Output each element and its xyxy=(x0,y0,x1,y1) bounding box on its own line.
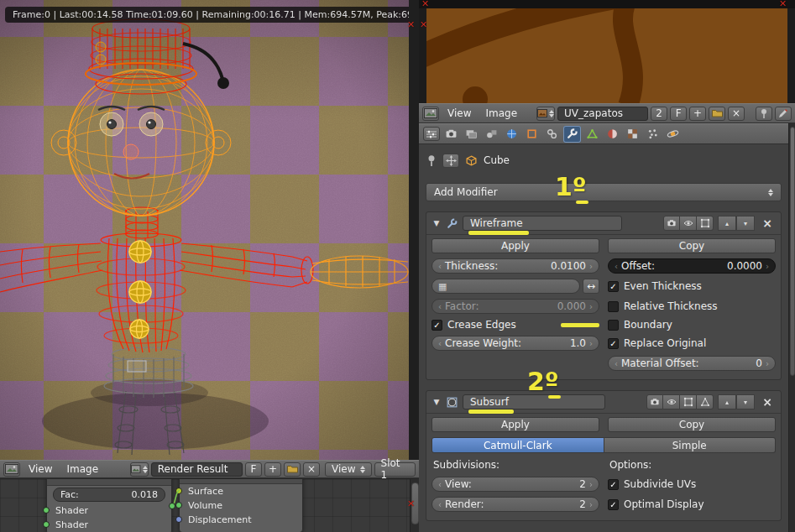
volume-socket[interactable] xyxy=(175,502,182,509)
checkbox-box[interactable]: ✓ xyxy=(431,320,442,331)
tab-object-data[interactable] xyxy=(583,126,601,143)
simple-button[interactable]: Simple xyxy=(604,437,777,453)
tab-constraints[interactable] xyxy=(543,126,561,143)
edit-mode-toggle[interactable] xyxy=(680,394,697,409)
viewport-visibility-toggle[interactable] xyxy=(663,394,680,409)
offset-field[interactable]: ‹Offset:0.0000› xyxy=(608,258,776,274)
modifier-name-field[interactable]: Wireframe xyxy=(463,216,622,231)
even-thickness-checkbox[interactable]: ✓Even Thickness xyxy=(608,280,776,292)
material-offset-field[interactable]: ‹Material Offset:0› xyxy=(608,356,776,371)
tab-render-layers[interactable] xyxy=(463,126,480,143)
checkbox-box[interactable] xyxy=(608,301,619,312)
menu-image[interactable]: Image xyxy=(479,107,523,119)
unlink-image-button[interactable]: × xyxy=(303,462,320,477)
new-image-button[interactable]: + xyxy=(264,462,281,477)
users-count-button[interactable]: 2 xyxy=(651,107,667,121)
move-modifier-down-button[interactable]: ▾ xyxy=(736,394,755,409)
fac-slider[interactable]: Fac: 0.018 xyxy=(53,488,165,502)
edit-mode-icon xyxy=(700,218,710,228)
open-image-button[interactable] xyxy=(709,107,725,121)
vertex-group-field[interactable]: ▦ xyxy=(431,279,580,294)
collapse-arrow-icon[interactable]: ▼ xyxy=(431,219,442,227)
tab-particles[interactable] xyxy=(644,126,662,143)
copy-button[interactable]: Copy xyxy=(608,238,776,253)
displacement-socket[interactable] xyxy=(175,516,182,523)
copy-button[interactable]: Copy xyxy=(608,417,776,432)
apply-button[interactable]: Apply xyxy=(431,238,599,253)
shader-socket[interactable] xyxy=(43,521,50,528)
node-header[interactable] xyxy=(180,478,302,484)
delete-modifier-icon[interactable]: × xyxy=(759,395,776,409)
render-viewport[interactable]: Frame:0 | Last:00:14.58 Time:01:09.60 | … xyxy=(0,0,419,460)
checkbox-box[interactable]: ✓ xyxy=(608,338,619,349)
shader-socket[interactable] xyxy=(43,507,50,514)
unlink-image-button[interactable]: × xyxy=(728,107,745,121)
context-browse-button[interactable] xyxy=(442,154,459,168)
apply-button[interactable]: Apply xyxy=(431,417,599,432)
fake-user-button[interactable]: F xyxy=(245,462,262,477)
tab-object[interactable] xyxy=(523,126,541,143)
open-image-button[interactable] xyxy=(284,462,301,477)
view-subdivisions-field[interactable]: ‹View:2› xyxy=(431,477,599,492)
move-modifier-down-button[interactable]: ▾ xyxy=(736,216,755,231)
paint-mode-button[interactable] xyxy=(775,107,792,121)
menu-view[interactable]: View xyxy=(23,463,58,475)
properties-scrollbar[interactable] xyxy=(788,123,795,532)
editor-type-button[interactable] xyxy=(422,107,439,121)
view-mode-dropdown[interactable]: View xyxy=(325,462,371,477)
tab-world[interactable] xyxy=(503,126,520,143)
add-modifier-button[interactable]: Add Modifier xyxy=(426,183,782,201)
crease-weight-field[interactable]: ‹Crease Weight:1.0› xyxy=(431,336,599,351)
node-editor[interactable]: Fac: 0.018 Shader Shader Surface Volume … xyxy=(0,478,419,532)
checkbox-box[interactable]: ✓ xyxy=(608,479,619,490)
crease-edges-checkbox[interactable]: ✓Crease Edges xyxy=(431,319,552,331)
thickness-field[interactable]: ‹Thickness:0.0100› xyxy=(431,258,599,274)
checkbox-box[interactable] xyxy=(608,320,619,331)
tab-scene[interactable] xyxy=(483,126,500,143)
tab-modifiers[interactable] xyxy=(563,126,581,143)
mix-shader-node[interactable]: Fac: 0.018 Shader Shader xyxy=(46,478,172,532)
move-modifier-up-button[interactable]: ▴ xyxy=(718,216,736,231)
checkbox-box[interactable]: ✓ xyxy=(608,281,619,292)
editor-type-button[interactable] xyxy=(423,127,440,141)
tab-texture[interactable] xyxy=(624,126,641,143)
browse-image-button[interactable] xyxy=(130,462,148,477)
render-visibility-toggle[interactable] xyxy=(646,394,663,409)
image-datablock-field[interactable]: UV_zapatos xyxy=(557,107,648,121)
fake-user-button[interactable]: F xyxy=(670,107,687,121)
subdivide-uvs-checkbox[interactable]: ✓Subdivide UVs xyxy=(608,478,776,490)
editor-type-button[interactable] xyxy=(3,462,20,477)
edit-mode-toggle[interactable] xyxy=(697,216,714,231)
checkbox-box[interactable]: ✓ xyxy=(608,499,619,510)
slot-dropdown[interactable]: Slot 1 xyxy=(374,462,416,477)
tab-render[interactable] xyxy=(442,126,460,143)
collapse-arrow-icon[interactable]: ▼ xyxy=(431,398,442,406)
tab-material[interactable] xyxy=(604,126,621,143)
replace-original-checkbox[interactable]: ✓Replace Original xyxy=(608,337,776,349)
menu-image[interactable]: Image xyxy=(60,463,104,475)
pin-button[interactable] xyxy=(756,107,772,121)
catmull-clark-button[interactable]: Catmull-Clark xyxy=(431,437,604,453)
relative-thickness-checkbox[interactable]: Relative Thickness xyxy=(608,300,776,312)
factor-field[interactable]: ‹Factor:0.000› xyxy=(431,299,599,314)
move-modifier-up-button[interactable]: ▴ xyxy=(718,394,736,409)
render-visibility-toggle[interactable] xyxy=(663,216,680,231)
viewport-visibility-toggle[interactable] xyxy=(680,216,697,231)
on-cage-toggle[interactable] xyxy=(697,394,714,409)
invert-vertex-group-button[interactable]: ↔ xyxy=(583,279,599,294)
new-image-button[interactable]: + xyxy=(689,107,706,121)
node-header[interactable] xyxy=(47,478,171,486)
optimal-display-checkbox[interactable]: ✓Optimal Display xyxy=(608,498,776,510)
render-subdivisions-field[interactable]: ‹Render:2› xyxy=(431,497,599,512)
menu-view[interactable]: View xyxy=(442,107,477,119)
image-datablock-field[interactable]: Render Result xyxy=(151,462,243,477)
uv-image-view[interactable] xyxy=(426,8,787,103)
material-output-node[interactable]: Surface Volume Displacement xyxy=(179,478,303,532)
modifier-name-field[interactable]: Subsurf xyxy=(463,394,605,409)
browse-image-button[interactable] xyxy=(536,107,555,121)
delete-modifier-icon[interactable]: × xyxy=(759,216,776,230)
pin-icon xyxy=(426,154,437,166)
tab-physics[interactable] xyxy=(664,126,682,143)
boundary-checkbox[interactable]: Boundary xyxy=(608,319,776,331)
surface-socket[interactable] xyxy=(175,488,182,494)
